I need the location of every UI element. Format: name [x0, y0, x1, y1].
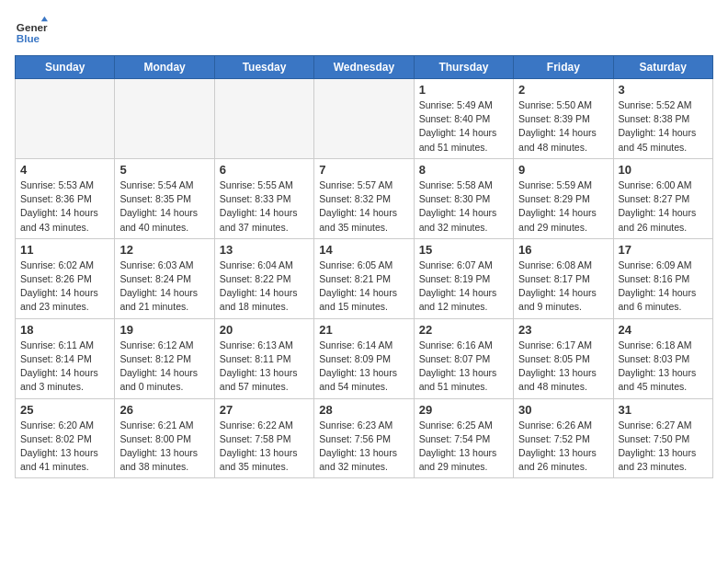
day-number: 19	[119, 323, 209, 337]
weekday-header-monday: Monday	[115, 56, 214, 79]
day-info: Sunrise: 6:03 AM Sunset: 8:24 PM Dayligh…	[119, 259, 209, 315]
calendar-cell: 16Sunrise: 6:08 AM Sunset: 8:17 PM Dayli…	[514, 238, 613, 318]
weekday-header-sunday: Sunday	[16, 56, 115, 79]
logo-icon: General Blue	[15, 15, 48, 48]
calendar-cell: 22Sunrise: 6:16 AM Sunset: 8:07 PM Dayli…	[414, 318, 513, 398]
calendar-cell: 10Sunrise: 6:00 AM Sunset: 8:27 PM Dayli…	[613, 158, 712, 238]
calendar-week-3: 11Sunrise: 6:02 AM Sunset: 8:26 PM Dayli…	[16, 238, 713, 318]
day-number: 14	[319, 243, 408, 257]
day-info: Sunrise: 6:12 AM Sunset: 8:12 PM Dayligh…	[119, 339, 209, 395]
calendar-cell: 30Sunrise: 6:26 AM Sunset: 7:52 PM Dayli…	[514, 398, 613, 478]
calendar-cell: 2Sunrise: 5:50 AM Sunset: 8:39 PM Daylig…	[514, 79, 613, 159]
day-info: Sunrise: 6:21 AM Sunset: 8:00 PM Dayligh…	[119, 419, 209, 475]
svg-marker-2	[41, 17, 48, 21]
day-number: 24	[619, 323, 708, 337]
day-number: 4	[20, 163, 109, 177]
day-info: Sunrise: 6:05 AM Sunset: 8:21 PM Dayligh…	[319, 259, 408, 315]
day-number: 26	[119, 403, 209, 417]
day-info: Sunrise: 6:26 AM Sunset: 7:52 PM Dayligh…	[518, 419, 608, 475]
day-info: Sunrise: 5:58 AM Sunset: 8:30 PM Dayligh…	[419, 178, 508, 235]
day-number: 30	[518, 403, 608, 417]
day-number: 9	[518, 163, 608, 177]
day-number: 23	[518, 323, 608, 337]
day-info: Sunrise: 6:07 AM Sunset: 8:19 PM Dayligh…	[419, 259, 508, 315]
day-number: 7	[319, 163, 408, 177]
svg-text:Blue: Blue	[17, 32, 40, 44]
day-number: 21	[319, 323, 408, 337]
day-number: 28	[319, 403, 408, 417]
calendar-week-2: 4Sunrise: 5:53 AM Sunset: 8:36 PM Daylig…	[16, 158, 713, 238]
calendar-cell: 20Sunrise: 6:13 AM Sunset: 8:11 PM Dayli…	[214, 318, 313, 398]
day-info: Sunrise: 6:13 AM Sunset: 8:11 PM Dayligh…	[220, 339, 309, 395]
logo: General Blue	[15, 15, 48, 48]
day-number: 1	[419, 83, 508, 97]
day-info: Sunrise: 6:00 AM Sunset: 8:27 PM Dayligh…	[619, 178, 708, 235]
day-info: Sunrise: 6:16 AM Sunset: 8:07 PM Dayligh…	[419, 339, 508, 395]
day-number: 5	[119, 163, 209, 177]
calendar-cell: 26Sunrise: 6:21 AM Sunset: 8:00 PM Dayli…	[115, 398, 214, 478]
day-number: 12	[119, 243, 209, 257]
day-info: Sunrise: 6:27 AM Sunset: 7:50 PM Dayligh…	[619, 419, 708, 475]
day-info: Sunrise: 5:53 AM Sunset: 8:36 PM Dayligh…	[20, 178, 109, 235]
day-number: 2	[518, 83, 608, 97]
day-info: Sunrise: 5:54 AM Sunset: 8:35 PM Dayligh…	[119, 178, 209, 235]
calendar-cell: 13Sunrise: 6:04 AM Sunset: 8:22 PM Dayli…	[214, 238, 313, 318]
day-info: Sunrise: 6:11 AM Sunset: 8:14 PM Dayligh…	[20, 339, 109, 395]
day-info: Sunrise: 5:50 AM Sunset: 8:39 PM Dayligh…	[518, 98, 608, 155]
calendar-week-4: 18Sunrise: 6:11 AM Sunset: 8:14 PM Dayli…	[16, 318, 713, 398]
calendar-week-1: 1Sunrise: 5:49 AM Sunset: 8:40 PM Daylig…	[16, 79, 713, 159]
day-info: Sunrise: 5:52 AM Sunset: 8:38 PM Dayligh…	[619, 98, 708, 155]
weekday-header-thursday: Thursday	[414, 56, 513, 79]
day-info: Sunrise: 6:04 AM Sunset: 8:22 PM Dayligh…	[220, 259, 309, 315]
calendar-cell: 31Sunrise: 6:27 AM Sunset: 7:50 PM Dayli…	[613, 398, 712, 478]
weekday-header-wednesday: Wednesday	[314, 56, 414, 79]
day-number: 16	[518, 243, 608, 257]
day-number: 11	[20, 243, 109, 257]
day-info: Sunrise: 6:09 AM Sunset: 8:16 PM Dayligh…	[619, 259, 708, 315]
weekday-header-row: SundayMondayTuesdayWednesdayThursdayFrid…	[16, 56, 713, 79]
day-number: 29	[419, 403, 508, 417]
day-number: 20	[220, 323, 309, 337]
calendar-cell	[214, 79, 313, 159]
calendar-cell: 12Sunrise: 6:03 AM Sunset: 8:24 PM Dayli…	[115, 238, 214, 318]
calendar-cell: 21Sunrise: 6:14 AM Sunset: 8:09 PM Dayli…	[314, 318, 414, 398]
day-number: 18	[20, 323, 109, 337]
day-number: 27	[220, 403, 309, 417]
calendar-week-5: 25Sunrise: 6:20 AM Sunset: 8:02 PM Dayli…	[16, 398, 713, 478]
calendar-cell: 27Sunrise: 6:22 AM Sunset: 7:58 PM Dayli…	[214, 398, 313, 478]
calendar-table: SundayMondayTuesdayWednesdayThursdayFrid…	[15, 55, 713, 478]
calendar-cell: 5Sunrise: 5:54 AM Sunset: 8:35 PM Daylig…	[115, 158, 214, 238]
calendar-cell: 28Sunrise: 6:23 AM Sunset: 7:56 PM Dayli…	[314, 398, 414, 478]
page-header: General Blue	[15, 15, 713, 48]
day-info: Sunrise: 5:49 AM Sunset: 8:40 PM Dayligh…	[419, 98, 508, 155]
day-info: Sunrise: 6:18 AM Sunset: 8:03 PM Dayligh…	[619, 339, 708, 395]
day-number: 13	[220, 243, 309, 257]
day-number: 25	[20, 403, 109, 417]
calendar-cell: 17Sunrise: 6:09 AM Sunset: 8:16 PM Dayli…	[613, 238, 712, 318]
calendar-cell: 6Sunrise: 5:55 AM Sunset: 8:33 PM Daylig…	[214, 158, 313, 238]
calendar-cell: 25Sunrise: 6:20 AM Sunset: 8:02 PM Dayli…	[16, 398, 115, 478]
day-info: Sunrise: 6:08 AM Sunset: 8:17 PM Dayligh…	[518, 259, 608, 315]
day-info: Sunrise: 6:17 AM Sunset: 8:05 PM Dayligh…	[518, 339, 608, 395]
day-info: Sunrise: 5:59 AM Sunset: 8:29 PM Dayligh…	[518, 178, 608, 235]
day-info: Sunrise: 6:14 AM Sunset: 8:09 PM Dayligh…	[319, 339, 408, 395]
day-number: 15	[419, 243, 508, 257]
day-number: 6	[220, 163, 309, 177]
calendar-cell: 23Sunrise: 6:17 AM Sunset: 8:05 PM Dayli…	[514, 318, 613, 398]
day-number: 8	[419, 163, 508, 177]
calendar-cell	[115, 79, 214, 159]
day-info: Sunrise: 6:23 AM Sunset: 7:56 PM Dayligh…	[319, 419, 408, 475]
day-info: Sunrise: 6:20 AM Sunset: 8:02 PM Dayligh…	[20, 419, 109, 475]
calendar-cell: 15Sunrise: 6:07 AM Sunset: 8:19 PM Dayli…	[414, 238, 513, 318]
calendar-cell: 4Sunrise: 5:53 AM Sunset: 8:36 PM Daylig…	[16, 158, 115, 238]
calendar-cell: 14Sunrise: 6:05 AM Sunset: 8:21 PM Dayli…	[314, 238, 414, 318]
calendar-cell	[16, 79, 115, 159]
day-number: 22	[419, 323, 508, 337]
day-info: Sunrise: 5:57 AM Sunset: 8:32 PM Dayligh…	[319, 178, 408, 235]
calendar-cell	[314, 79, 414, 159]
day-info: Sunrise: 6:25 AM Sunset: 7:54 PM Dayligh…	[419, 419, 508, 475]
day-number: 10	[619, 163, 708, 177]
calendar-cell: 3Sunrise: 5:52 AM Sunset: 8:38 PM Daylig…	[613, 79, 712, 159]
day-number: 31	[619, 403, 708, 417]
calendar-cell: 18Sunrise: 6:11 AM Sunset: 8:14 PM Dayli…	[16, 318, 115, 398]
